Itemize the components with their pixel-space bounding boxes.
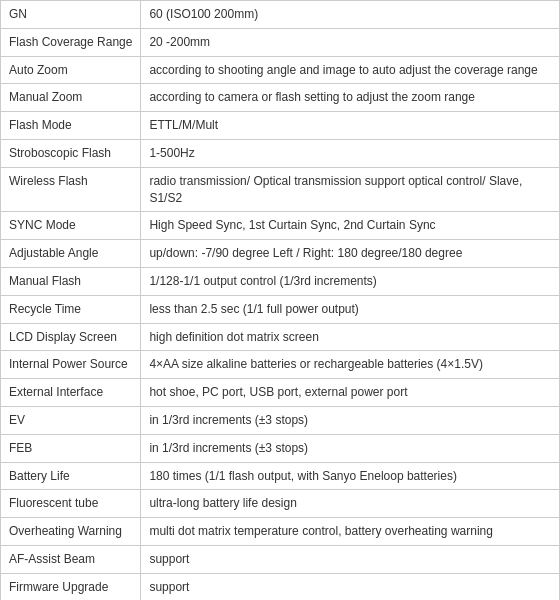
table-row: SYNC ModeHigh Speed Sync, 1st Curtain Sy… bbox=[1, 212, 560, 240]
spec-value: radio transmission/ Optical transmission… bbox=[141, 167, 560, 212]
table-row: AF-Assist Beamsupport bbox=[1, 545, 560, 573]
spec-value: according to shooting angle and image to… bbox=[141, 56, 560, 84]
spec-value: 20 -200mm bbox=[141, 28, 560, 56]
spec-label: Firmware Upgrade bbox=[1, 573, 141, 600]
spec-label: Overheating Warning bbox=[1, 518, 141, 546]
spec-label: Auto Zoom bbox=[1, 56, 141, 84]
table-row: Firmware Upgradesupport bbox=[1, 573, 560, 600]
spec-value: support bbox=[141, 545, 560, 573]
spec-value: 60 (ISO100 200mm) bbox=[141, 1, 560, 29]
spec-value: multi dot matrix temperature control, ba… bbox=[141, 518, 560, 546]
spec-value: less than 2.5 sec (1/1 full power output… bbox=[141, 295, 560, 323]
spec-label: Stroboscopic Flash bbox=[1, 139, 141, 167]
table-row: Flash Coverage Range20 -200mm bbox=[1, 28, 560, 56]
spec-value: 4×AA size alkaline batteries or recharge… bbox=[141, 351, 560, 379]
spec-value: 1-500Hz bbox=[141, 139, 560, 167]
spec-label: Manual Flash bbox=[1, 267, 141, 295]
table-row: FEBin 1/3rd increments (±3 stops) bbox=[1, 434, 560, 462]
table-row: Flash ModeETTL/M/Mult bbox=[1, 112, 560, 140]
spec-table: GN60 (ISO100 200mm)Flash Coverage Range2… bbox=[0, 0, 560, 600]
table-row: LCD Display Screenhigh definition dot ma… bbox=[1, 323, 560, 351]
table-row: Fluorescent tubeultra-long battery life … bbox=[1, 490, 560, 518]
spec-value: high definition dot matrix screen bbox=[141, 323, 560, 351]
table-row: Wireless Flashradio transmission/ Optica… bbox=[1, 167, 560, 212]
spec-label: FEB bbox=[1, 434, 141, 462]
table-row: Auto Zoomaccording to shooting angle and… bbox=[1, 56, 560, 84]
spec-label: External Interface bbox=[1, 379, 141, 407]
table-row: Adjustable Angleup/down: -7/90 degree Le… bbox=[1, 240, 560, 268]
spec-value: according to camera or flash setting to … bbox=[141, 84, 560, 112]
table-row: GN60 (ISO100 200mm) bbox=[1, 1, 560, 29]
spec-value: in 1/3rd increments (±3 stops) bbox=[141, 434, 560, 462]
spec-label: LCD Display Screen bbox=[1, 323, 141, 351]
spec-label: SYNC Mode bbox=[1, 212, 141, 240]
spec-value: ETTL/M/Mult bbox=[141, 112, 560, 140]
spec-value: 180 times (1/1 flash output, with Sanyo … bbox=[141, 462, 560, 490]
spec-label: Fluorescent tube bbox=[1, 490, 141, 518]
spec-value: up/down: -7/90 degree Left / Right: 180 … bbox=[141, 240, 560, 268]
table-row: Internal Power Source4×AA size alkaline … bbox=[1, 351, 560, 379]
spec-label: EV bbox=[1, 406, 141, 434]
spec-label: Internal Power Source bbox=[1, 351, 141, 379]
table-row: Overheating Warningmulti dot matrix temp… bbox=[1, 518, 560, 546]
table-row: External Interfacehot shoe, PC port, USB… bbox=[1, 379, 560, 407]
spec-label: Wireless Flash bbox=[1, 167, 141, 212]
table-row: Battery Life180 times (1/1 flash output,… bbox=[1, 462, 560, 490]
spec-label: Adjustable Angle bbox=[1, 240, 141, 268]
table-row: EVin 1/3rd increments (±3 stops) bbox=[1, 406, 560, 434]
spec-label: GN bbox=[1, 1, 141, 29]
spec-value: 1/128-1/1 output control (1/3rd incremen… bbox=[141, 267, 560, 295]
spec-label: Recycle Time bbox=[1, 295, 141, 323]
spec-label: Flash Coverage Range bbox=[1, 28, 141, 56]
table-row: Recycle Timeless than 2.5 sec (1/1 full … bbox=[1, 295, 560, 323]
table-row: Stroboscopic Flash1-500Hz bbox=[1, 139, 560, 167]
spec-label: AF-Assist Beam bbox=[1, 545, 141, 573]
spec-value: hot shoe, PC port, USB port, external po… bbox=[141, 379, 560, 407]
spec-value: High Speed Sync, 1st Curtain Sync, 2nd C… bbox=[141, 212, 560, 240]
table-row: Manual Flash1/128-1/1 output control (1/… bbox=[1, 267, 560, 295]
spec-value: in 1/3rd increments (±3 stops) bbox=[141, 406, 560, 434]
spec-label: Flash Mode bbox=[1, 112, 141, 140]
spec-value: ultra-long battery life design bbox=[141, 490, 560, 518]
spec-value: support bbox=[141, 573, 560, 600]
spec-label: Battery Life bbox=[1, 462, 141, 490]
table-row: Manual Zoomaccording to camera or flash … bbox=[1, 84, 560, 112]
spec-label: Manual Zoom bbox=[1, 84, 141, 112]
